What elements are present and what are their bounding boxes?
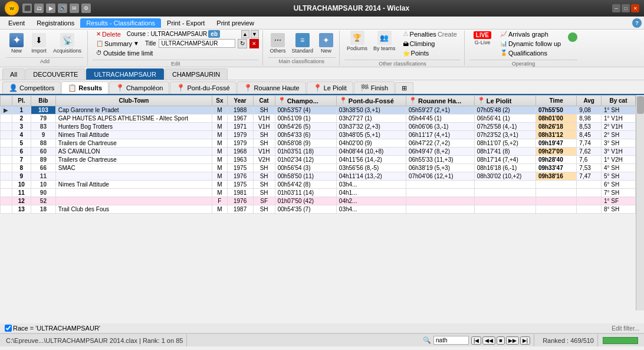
filter-checkbox[interactable] <box>5 325 12 332</box>
menu-results[interactable]: Results - Classifications <box>80 18 161 28</box>
row-cat: V1H <box>253 115 275 123</box>
subtab-finish[interactable]: 🏁 Finish <box>354 81 395 94</box>
col-year[interactable]: Year <box>227 96 253 106</box>
acquisitions-button[interactable]: 📡 Acquisitions <box>51 32 84 55</box>
table-row[interactable]: 3 83 Hunters Bog Trotters M 1971 V1H 00h… <box>1 123 636 131</box>
col-pont[interactable]: 📍Pont-du-Fossé <box>336 96 406 106</box>
help-icon[interactable]: ? <box>632 18 642 28</box>
search-input[interactable] <box>433 336 469 345</box>
table-row[interactable]: 13 18 Trail Club des Fous M 1987 SH 00h5… <box>1 205 636 214</box>
climbing-button[interactable]: 🏔 Climbing <box>399 40 461 48</box>
menu-print-preview[interactable]: Print preview <box>211 18 260 28</box>
col-sx[interactable]: Sx <box>212 96 227 106</box>
qualifications-button[interactable]: 🏅 Qualifications <box>497 49 564 57</box>
points-button[interactable]: ⭐ Points <box>399 49 461 57</box>
col-piolit[interactable]: 📍Le Piolit <box>474 96 535 106</box>
prev-button[interactable]: |◀ <box>471 336 481 345</box>
col-bib[interactable]: Bib <box>31 96 56 106</box>
table-row[interactable]: 9 11 M 1976 SH 00h58'50 (11) 04h11'14 (1… <box>1 172 636 181</box>
ranked-text: Ranked : 469/510 <box>539 334 598 346</box>
col-club[interactable]: Club-Town <box>55 96 212 106</box>
close-button[interactable]: ✕ <box>631 4 639 12</box>
title-icon-4[interactable]: 🔊 <box>58 4 67 13</box>
title-icon-3[interactable]: ▶ <box>46 4 55 13</box>
tab-champsaurin[interactable]: CHAMPSAURIN <box>165 68 228 80</box>
edit-filter-link[interactable]: Edit filter... <box>612 325 639 332</box>
tab-all[interactable]: All <box>2 68 25 80</box>
table-row[interactable]: 11 90 M 1981 SH 01h03'11 (14) 04h1... 7°… <box>1 189 636 197</box>
col-champo[interactable]: 📍Champo... <box>275 96 336 106</box>
title-icon-5[interactable]: ✉ <box>70 4 79 13</box>
subtab-le-piolit[interactable]: 📍 Le Piolit <box>307 81 353 94</box>
standard-button[interactable]: ≡ Standard <box>290 32 316 55</box>
penalties-button[interactable]: ⚠ Penalties Create <box>399 30 461 38</box>
title-input[interactable] <box>159 39 235 48</box>
delete-button[interactable]: ✕ Delete <box>93 30 124 38</box>
col-pl[interactable]: Pl. <box>12 96 31 106</box>
next-button[interactable]: ▶| <box>520 336 530 345</box>
refresh-button[interactable]: ↻ <box>238 39 247 48</box>
subtab-pont-du-fosse[interactable]: 📍 Pont-du-Fossé <box>170 81 236 94</box>
pause-button[interactable]: ■ <box>497 336 504 345</box>
title-icon-6[interactable]: ⚙ <box>81 4 91 13</box>
table-row[interactable]: ▶ 1 103 Cap Garonne le Pradet M 1988 SH … <box>1 106 636 115</box>
col-time[interactable]: Time <box>535 96 576 106</box>
window-controls[interactable]: ─ □ ✕ <box>612 4 639 12</box>
row-rouanne: 06h47'22 (7,+2) <box>406 139 474 148</box>
row-year: 1976 <box>227 197 253 205</box>
dynamic-followup-button[interactable]: 📊 Dynamic follow up <box>497 40 564 48</box>
others-button[interactable]: ⋯ Others <box>268 32 288 55</box>
tab-ultrachampsaur[interactable]: ULTRACHAMPSAUR <box>86 68 164 80</box>
col-cat[interactable]: Cat <box>253 96 275 106</box>
subtab-results[interactable]: 📋 Results <box>61 81 109 94</box>
row-cat: SH <box>253 131 275 139</box>
minimize-button[interactable]: ─ <box>612 4 620 12</box>
title-icon-2[interactable]: 🗂 <box>34 4 44 13</box>
subtab-extra[interactable]: ⊞ <box>395 82 413 94</box>
row-year: 1987 <box>227 205 253 214</box>
summary-button[interactable]: 📋 Summary ▼ <box>93 40 143 48</box>
table-row[interactable]: 4 9 Nimes Trail Attitude M 1979 SH 00h54… <box>1 131 636 139</box>
up-arrow[interactable]: ▲ <box>241 30 249 38</box>
row-champo: 00h54'42 (8) <box>275 181 336 189</box>
podiums-button[interactable]: 🏆 Podiums <box>344 30 370 57</box>
row-rouanne: 05h59'27 (2,+1) <box>406 106 474 115</box>
menu-print-export[interactable]: Print - Export <box>161 18 211 28</box>
scrollbar[interactable] <box>636 95 644 310</box>
table-row[interactable]: 10 10 Nimes Trail Attitude M 1975 SH 00h… <box>1 181 636 189</box>
subtab-rouanne-haute[interactable]: 📍 Rouanne Haute <box>237 81 306 94</box>
table-row[interactable]: 12 52 F 1976 SF 01h07'50 (42) 04h2... 1°… <box>1 197 636 205</box>
down-arrow[interactable]: ▼ <box>251 30 259 38</box>
table-row[interactable]: 7 89 Trailers de Chartreuse M 1963 V2H 0… <box>1 156 636 164</box>
prev-result-button[interactable]: ◀◀ <box>482 336 495 345</box>
tab-decouverte[interactable]: DECOUVERTE <box>25 68 86 80</box>
table-row[interactable]: 8 66 SMAC M 1975 SH 00h56'54 (3) 03h56'5… <box>1 164 636 172</box>
next-result-button[interactable]: ▶▶ <box>506 336 519 345</box>
playback-controls: |◀ ◀◀ ■ ▶▶ ▶| <box>471 336 530 345</box>
new-button[interactable]: ✦ New <box>6 32 27 55</box>
row-rouanne: 06h11'17 (4,+1) <box>406 131 474 139</box>
row-arrow <box>1 205 12 214</box>
row-piolit: 08h30'02 (10,+2) <box>474 172 535 181</box>
col-rouanne[interactable]: 📍Rouanne Ha... <box>406 96 474 106</box>
outside-time-limit-button[interactable]: ⏱ Outside time limit <box>93 49 156 57</box>
subtab-competitors[interactable]: 👤 Competitors <box>2 81 61 94</box>
col-avg[interactable]: Avg <box>577 96 602 106</box>
row-time <box>535 189 576 197</box>
menu-registrations[interactable]: Registrations <box>31 18 80 28</box>
maximize-button[interactable]: □ <box>622 4 630 12</box>
delete-icon[interactable]: ✕ <box>249 39 259 48</box>
table-row[interactable]: 5 88 Trailers de Chartreuse M 1979 SH 00… <box>1 139 636 148</box>
row-bycat: 1° V1H <box>602 115 636 123</box>
col-bycat[interactable]: By cat <box>602 96 636 106</box>
title-icon-1[interactable]: ⬛ <box>22 4 32 13</box>
subtab-champoleon[interactable]: 📍 Champoléon <box>109 81 169 94</box>
by-teams-button[interactable]: 👥 By teams <box>371 30 398 57</box>
import-button[interactable]: ⬇ Import <box>28 32 50 55</box>
new-class-button[interactable]: ✦ New <box>317 32 336 55</box>
arrivals-graph-button[interactable]: 📈 Arrivals graph <box>497 30 564 38</box>
g-live-button[interactable]: LIVE G-Live <box>469 30 495 57</box>
table-row[interactable]: 2 79 GAP HAUTES ALPES ATHLETISME - Altec… <box>1 115 636 123</box>
table-row[interactable]: 6 60 AS CAVAILLON M 1968 V1H 01h03'51 (1… <box>1 148 636 156</box>
menu-event[interactable]: Event <box>2 18 31 28</box>
